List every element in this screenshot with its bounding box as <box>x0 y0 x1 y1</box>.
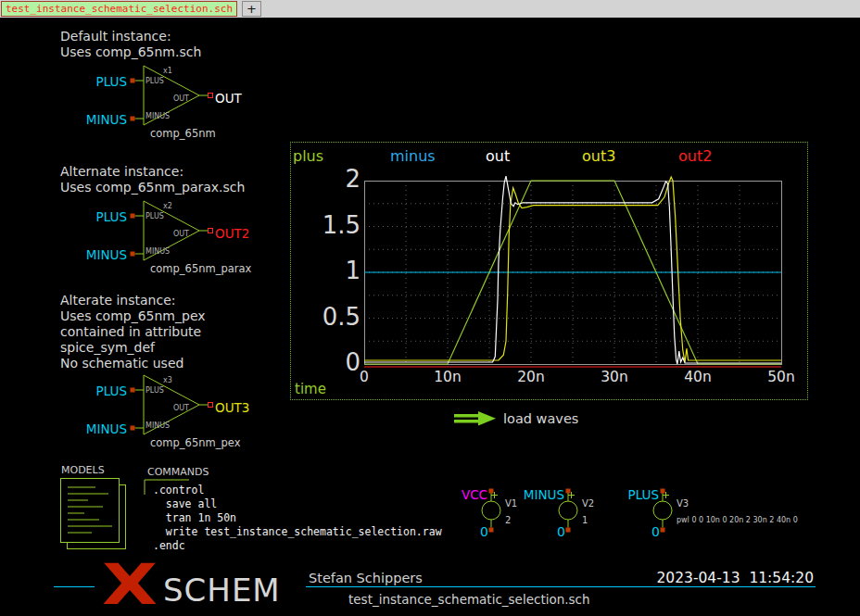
legend-plus: plus <box>293 147 323 165</box>
net-label-gnd[interactable]: 0 <box>543 524 565 539</box>
voltage-source-v3[interactable]: PLUS V3 pwl 0 0 10n 0 20n 2 30n 2 40n 0 … <box>605 485 800 543</box>
footer-divider-right <box>306 586 816 587</box>
net-label-gnd[interactable]: 0 <box>466 524 488 539</box>
pin-name-plus: PLUS <box>145 386 164 395</box>
tab-bar: test_instance_schematic_selection.sch + <box>0 0 860 18</box>
net-label-plus[interactable]: PLUS <box>605 487 659 502</box>
comparator-instance-x1[interactable]: PLUS MINUS PLUS MINUS OUT x1 OUT comp_65… <box>93 63 343 146</box>
spice-commands-text[interactable]: .control save all tran 1n 50n write test… <box>153 484 442 553</box>
pin-bottom[interactable] <box>661 528 665 533</box>
net-label-out3[interactable]: OUT3 <box>215 400 249 415</box>
note-line: Alternate instance: <box>60 164 245 180</box>
pin-top[interactable] <box>661 489 665 494</box>
xschem-logo-x: X <box>102 559 158 610</box>
note-line: Uses comp_65nm_parax.sch <box>60 180 245 195</box>
command-line: .endc <box>153 539 442 553</box>
pin-top[interactable] <box>566 489 571 494</box>
x-tick-label: 30n <box>591 369 638 385</box>
y-tick-label: 0.5 <box>291 303 360 331</box>
note-line: Uses comp_65nm.sch <box>60 44 201 60</box>
x-tick-label: 50n <box>758 369 804 385</box>
pin-out[interactable] <box>209 229 213 233</box>
waveform-plot <box>291 143 807 399</box>
waveform-graph[interactable]: plusminusoutout3out2 00.511.52 010n20n30… <box>290 142 808 400</box>
source-value: 1 <box>582 515 588 525</box>
y-tick-label: 2 <box>291 165 360 193</box>
subckt-name: comp_65nm <box>150 127 216 140</box>
pin-name-minus: MINUS <box>145 112 170 120</box>
pin-name-plus: PLUS <box>145 77 164 85</box>
net-label-minus[interactable]: MINUS <box>82 421 127 436</box>
pin-plus[interactable] <box>131 388 135 393</box>
pin-minus[interactable] <box>131 252 135 257</box>
pin-bottom[interactable] <box>489 528 494 533</box>
pin-top[interactable] <box>489 489 494 494</box>
new-tab-button[interactable]: + <box>242 1 261 17</box>
instance-ref: x1 <box>163 67 172 75</box>
schematic-canvas[interactable]: Default instance: Uses comp_65nm.sch Alt… <box>0 18 860 616</box>
subckt-name: comp_65nm_parax <box>150 262 251 275</box>
note-line: Uses comp_65nm_pex <box>60 308 206 324</box>
legend-minus: minus <box>390 147 436 165</box>
pin-name-minus: MINUS <box>145 247 170 256</box>
net-label-out2[interactable]: OUT2 <box>215 226 249 241</box>
note-default-instance: Default instance: Uses comp_65nm.sch <box>60 29 201 60</box>
models-label: MODELS <box>61 464 105 476</box>
footer-divider-left <box>54 586 95 587</box>
date-time: 2023-04-13 11:54:20 <box>639 570 814 586</box>
models-document-icon[interactable] <box>60 477 133 553</box>
schematic-filename: test_instance_schematic_selection.sch <box>348 592 590 607</box>
pin-name-minus: MINUS <box>145 421 170 430</box>
command-line: write test_instance_schematic_selection.… <box>153 525 442 539</box>
note-line: Default instance: <box>60 29 201 44</box>
command-line: .control <box>153 484 442 497</box>
y-tick-label: 1.5 <box>291 211 360 239</box>
source-ref: V2 <box>582 498 594 509</box>
pin-name-out: OUT <box>172 94 189 103</box>
legend-out2: out2 <box>678 147 712 165</box>
net-label-plus[interactable]: PLUS <box>82 383 127 398</box>
note-line: contained in attribute <box>60 324 206 340</box>
load-waves-arrow-icon <box>454 410 499 427</box>
note-line: Alterate instance: <box>60 293 206 308</box>
author-name: Stefan Schippers <box>309 571 423 585</box>
tab-schematic[interactable]: test_instance_schematic_selection.sch <box>1 1 237 17</box>
note-alternate-instance: Alternate instance: Uses comp_65nm_parax… <box>60 164 245 195</box>
x-tick-label: 0 <box>341 369 387 385</box>
note-line: No schematic used <box>60 356 206 371</box>
net-label-minus[interactable]: MINUS <box>82 247 127 262</box>
pin-minus[interactable] <box>131 117 135 121</box>
pin-minus[interactable] <box>131 426 135 431</box>
load-waves-label: load waves <box>503 411 578 426</box>
instance-ref: x3 <box>163 376 172 384</box>
instance-ref: x2 <box>163 202 172 210</box>
net-label-plus[interactable]: PLUS <box>82 74 127 89</box>
source-value: pwl 0 0 10n 0 20n 2 30n 2 40n 0 <box>677 516 798 524</box>
command-line: save all <box>153 497 442 511</box>
x-tick-label: 40n <box>675 369 721 385</box>
command-line: tran 1n 50n <box>153 511 442 525</box>
net-label-minus[interactable]: MINUS <box>511 487 564 502</box>
pin-out[interactable] <box>209 94 213 98</box>
legend-out: out <box>486 147 510 165</box>
source-ref: V3 <box>677 498 689 509</box>
load-waves-launcher[interactable]: load waves <box>454 410 639 429</box>
pin-out[interactable] <box>209 403 213 408</box>
pin-plus[interactable] <box>131 214 135 219</box>
pin-bottom[interactable] <box>566 528 571 533</box>
net-label-out[interactable]: OUT <box>215 91 242 106</box>
x-tick-label: 10n <box>424 369 471 385</box>
legend-out3: out3 <box>582 147 615 165</box>
pin-name-out: OUT <box>172 230 189 238</box>
net-label-minus[interactable]: MINUS <box>82 112 127 127</box>
graph-x-axis-title: time <box>295 381 326 397</box>
net-label-gnd[interactable]: 0 <box>638 524 660 539</box>
net-label-plus[interactable]: PLUS <box>82 209 127 224</box>
commands-label: COMMANDS <box>147 466 209 478</box>
net-label-vcc[interactable]: VCC <box>434 487 487 502</box>
note-line: spice_sym_def <box>60 340 206 356</box>
pin-plus[interactable] <box>131 79 135 83</box>
xschem-logo-text: SCHEM <box>163 574 281 606</box>
pin-name-plus: PLUS <box>145 212 164 220</box>
note-alterate-instance: Alterate instance: Uses comp_65nm_pex co… <box>60 293 206 371</box>
